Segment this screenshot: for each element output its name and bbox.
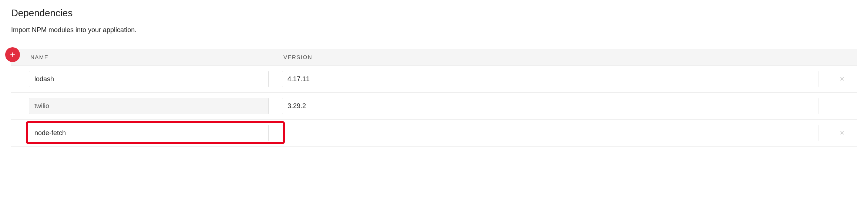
dependency-version-input[interactable]	[282, 98, 818, 114]
name-cell	[11, 98, 277, 114]
header-delete	[827, 54, 857, 60]
name-cell	[11, 71, 277, 87]
delete-cell: ×	[827, 74, 857, 84]
dependency-name-input[interactable]	[29, 71, 269, 87]
name-cell	[11, 125, 277, 141]
table-row: ×	[11, 66, 857, 93]
dependencies-table: NAME VERSION ××	[11, 49, 857, 147]
version-cell	[277, 125, 827, 141]
table-header-row: NAME VERSION	[11, 49, 857, 66]
header-version: VERSION	[277, 54, 827, 60]
table-row	[11, 93, 857, 120]
delete-icon[interactable]: ×	[840, 74, 845, 83]
delete-cell: ×	[827, 128, 857, 138]
section-title: Dependencies	[11, 7, 857, 19]
dependency-version-input[interactable]	[282, 125, 818, 141]
dependency-name-input	[29, 98, 269, 114]
table-row: ×	[11, 120, 857, 147]
delete-icon[interactable]: ×	[840, 128, 845, 137]
section-subtitle: Import NPM modules into your application…	[11, 26, 857, 34]
dependency-version-input[interactable]	[282, 71, 818, 87]
version-cell	[277, 98, 827, 114]
dependency-name-input[interactable]	[29, 125, 269, 141]
version-cell	[277, 71, 827, 87]
header-name: NAME	[11, 54, 277, 60]
add-dependency-button[interactable]	[5, 47, 20, 62]
plus-icon	[9, 51, 16, 58]
